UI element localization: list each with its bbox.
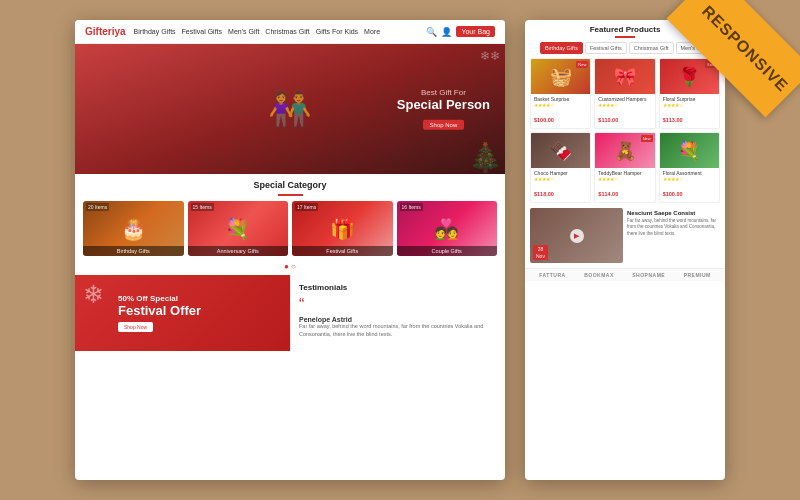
nav-christmas[interactable]: Christmas Gift — [265, 28, 309, 35]
testimonials-panel: Testimonials “ Penelope Astrid Far far a… — [290, 275, 505, 351]
latest-blog-section: ▶ 28 Nov Nesciunt Saepe Consist Far far … — [525, 208, 725, 268]
nav-birthday[interactable]: Birthday Gifts — [134, 28, 176, 35]
nav-more[interactable]: More — [364, 28, 380, 35]
product-2-price: $110.00 — [598, 117, 618, 123]
product-6-price: $100.00 — [663, 191, 683, 197]
category-birthday-label: Birthday Gifts — [83, 246, 184, 256]
partner-logos: Fattura Bookmax ShopName Premium — [525, 268, 725, 281]
festival-title: Festival Offer — [118, 303, 282, 318]
category-dots: ● ○ — [75, 262, 505, 275]
category-couple[interactable]: 💑 16 Items Couple Gifts — [397, 201, 498, 256]
nav-actions: 🔍 👤 Your Bag — [426, 26, 495, 37]
product-1[interactable]: 🧺 New Basket Surprise ★★★★☆ $100.00 — [530, 58, 591, 129]
hero-subtitle: Best Gift For — [397, 88, 490, 97]
hero-title: Special Person — [397, 97, 490, 113]
category-birthday-count: 20 Items — [86, 203, 109, 211]
product-4-stars: ★★★★☆ — [534, 176, 587, 182]
blog-month: Nov — [536, 253, 545, 260]
blog-text: Far far away, behind the word mountains,… — [627, 218, 720, 237]
blog-date: 28 Nov — [533, 245, 548, 260]
product-4-info: Choco Hamper ★★★★☆ $118.00 — [531, 168, 590, 202]
desktop-mockup: Gifteriya Birthday Gifts Festival Gifts … — [75, 20, 505, 480]
tab-festival[interactable]: Festival Gifts — [585, 42, 627, 54]
special-category-section: Special Category 🎂 20 Items Birthday Gif… — [75, 174, 505, 275]
nav-links: Birthday Gifts Festival Gifts Men's Gift… — [134, 28, 419, 35]
hero-button[interactable]: Shop Now — [423, 119, 465, 129]
nav-kids[interactable]: Gifts For Kids — [316, 28, 358, 35]
navbar: Gifteriya Birthday Gifts Festival Gifts … — [75, 20, 505, 44]
main-wrapper: Gifteriya Birthday Gifts Festival Gifts … — [0, 0, 800, 500]
product-1-info: Basket Surprise ★★★★☆ $100.00 — [531, 94, 590, 128]
testimonial-author: Penelope Astrid — [299, 316, 497, 323]
product-6-info: Floral Assortment ★★★★☆ $100.00 — [660, 168, 719, 202]
partner-4: Premium — [684, 272, 711, 278]
category-festival[interactable]: 🎁 17 Items Festival Gifts — [292, 201, 393, 256]
festival-shop-button[interactable]: Shop Now — [118, 322, 153, 332]
nav-mens[interactable]: Men's Gift — [228, 28, 259, 35]
product-4[interactable]: 🍫 Choco Hamper ★★★★☆ $118.00 — [530, 132, 591, 203]
category-couple-count: 16 Items — [400, 203, 423, 211]
category-couple-label: Couple Gifts — [397, 246, 498, 256]
play-button[interactable]: ▶ — [570, 229, 584, 243]
tab-birthday[interactable]: Birthday Gifts — [540, 42, 583, 54]
festival-percent: 50% Off Special — [118, 294, 282, 303]
product-4-image: 🍫 — [531, 133, 590, 168]
featured-underline — [615, 36, 635, 38]
search-icon[interactable]: 🔍 — [426, 27, 437, 37]
product-5-info: TeddyBear Hamper ★★★★☆ $114.00 — [595, 168, 654, 202]
category-grid: 🎂 20 Items Birthday Gifts 💐 15 Items Ann… — [75, 201, 505, 262]
testimonials-title: Testimonials — [299, 283, 497, 292]
hero-banner: Best Gift For Special Person Shop Now ❄❄… — [75, 44, 505, 174]
nav-festival[interactable]: Festival Gifts — [182, 28, 222, 35]
category-anniversary-count: 15 Items — [191, 203, 214, 211]
responsive-badge: RESPONSIVE — [666, 0, 800, 118]
user-icon[interactable]: 👤 — [441, 27, 452, 37]
category-festival-count: 17 Items — [295, 203, 318, 211]
blog-image: ▶ 28 Nov — [530, 208, 623, 263]
section-underline — [278, 194, 303, 196]
responsive-badge-container: RESPONSIVE — [640, 0, 800, 160]
testimonial-text: Far far away, behind the word mountains,… — [299, 323, 497, 338]
bottom-section: ❄ 50% Off Special Festival Offer Shop No… — [75, 275, 505, 351]
product-5-stars: ★★★★☆ — [598, 176, 651, 182]
product-6-stars: ★★★★☆ — [663, 176, 716, 182]
logo: Gifteriya — [85, 26, 126, 37]
product-4-price: $118.00 — [534, 191, 554, 197]
snowflake-decoration: ❄❄ — [480, 49, 500, 63]
blog-content: Nesciunt Saepe Consist Far far away, beh… — [627, 208, 720, 263]
product-1-price: $100.00 — [534, 117, 554, 123]
product-1-badge: New — [576, 61, 588, 68]
category-festival-label: Festival Gifts — [292, 246, 393, 256]
quote-mark: “ — [299, 296, 304, 313]
partner-1: Fattura — [539, 272, 565, 278]
partner-3: ShopName — [632, 272, 665, 278]
tree-decoration: 🎄 — [468, 141, 503, 174]
category-anniversary-label: Anniversary Gifts — [188, 246, 289, 256]
product-5-price: $114.00 — [598, 191, 618, 197]
festival-snowflake: ❄ — [83, 280, 104, 309]
product-1-stars: ★★★★☆ — [534, 102, 587, 108]
category-birthday[interactable]: 🎂 20 Items Birthday Gifts — [83, 201, 184, 256]
blog-title: Nesciunt Saepe Consist — [627, 210, 720, 216]
partner-2: Bookmax — [584, 272, 614, 278]
category-anniversary[interactable]: 💐 15 Items Anniversary Gifts — [188, 201, 289, 256]
hero-text: Best Gift For Special Person Shop Now — [397, 88, 490, 131]
cart-button[interactable]: Your Bag — [456, 26, 495, 37]
special-category-title: Special Category — [75, 174, 505, 194]
festival-offer-panel: ❄ 50% Off Special Festival Offer Shop No… — [75, 275, 290, 351]
